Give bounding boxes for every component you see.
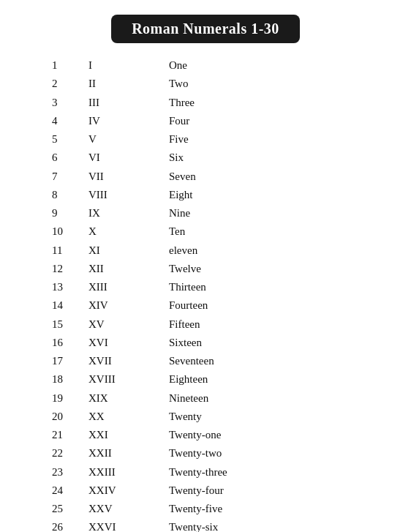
cell-word: Twenty-six (169, 519, 381, 532)
cell-roman: XX (88, 408, 169, 425)
table-row: 2IITwo (30, 75, 381, 93)
cell-word: Thirteen (169, 279, 381, 296)
cell-roman: VII (88, 168, 169, 185)
cell-roman: III (88, 94, 169, 111)
cell-word: Twelve (169, 261, 381, 277)
table-row: 9IXNine (30, 204, 381, 222)
cell-number: 15 (30, 316, 88, 333)
table-row: 21XXITwenty-one (30, 426, 381, 444)
cell-word: Seventeen (169, 353, 381, 370)
table-row: 25XXVTwenty-five (30, 500, 381, 518)
cell-roman: XXIV (88, 482, 169, 499)
table-row: 22XXIITwenty-two (30, 444, 381, 462)
cell-roman: XXVI (88, 519, 169, 532)
cell-roman: XVI (88, 334, 169, 351)
table-row: 20XXTwenty (30, 408, 381, 426)
cell-roman: XII (88, 261, 169, 277)
cell-number: 14 (30, 297, 88, 314)
table-row: 6VISix (30, 149, 381, 167)
cell-word: Fifteen (169, 316, 381, 333)
cell-roman: II (88, 75, 169, 92)
cell-number: 16 (30, 334, 88, 351)
cell-number: 21 (30, 427, 88, 443)
cell-number: 22 (30, 445, 88, 462)
cell-number: 13 (30, 279, 88, 296)
table-row: 24XXIVTwenty-four (30, 482, 381, 500)
cell-number: 26 (30, 519, 88, 532)
cell-roman: XXV (88, 501, 169, 517)
table-row: 17XVIISeventeen (30, 352, 381, 370)
table-row: 15XVFifteen (30, 315, 381, 334)
cell-number: 11 (30, 242, 88, 259)
cell-number: 18 (30, 371, 88, 388)
cell-roman: XIII (88, 279, 169, 296)
cell-number: 5 (30, 131, 88, 148)
table-row: 13XIIIThirteen (30, 278, 381, 296)
cell-number: 10 (30, 223, 88, 240)
cell-word: Twenty-four (169, 482, 381, 499)
cell-number: 17 (30, 353, 88, 370)
cell-roman: I (88, 57, 169, 74)
cell-roman: XIV (88, 297, 169, 314)
cell-word: Ten (169, 223, 381, 240)
cell-word: Nineteen (169, 390, 381, 407)
cell-roman: XXIII (88, 464, 169, 481)
table-row: 8VIIIEight (30, 186, 381, 204)
cell-word: Twenty-one (169, 427, 381, 443)
cell-number: 2 (30, 75, 88, 92)
cell-number: 7 (30, 168, 88, 185)
cell-number: 4 (30, 113, 88, 130)
table-row: 19XIXNineteen (30, 389, 381, 408)
cell-word: Four (169, 113, 381, 130)
cell-roman: VI (88, 149, 169, 166)
cell-roman: V (88, 131, 169, 148)
page-title: Roman Numerals 1-30 (111, 15, 300, 43)
cell-number: 19 (30, 390, 88, 407)
cell-word: Fourteen (169, 297, 381, 314)
table-row: 26XXVITwenty-six (30, 518, 381, 532)
cell-word: eleven (169, 242, 381, 259)
table-row: 1IOne (30, 56, 381, 75)
cell-word: Seven (169, 168, 381, 185)
cell-roman: XI (88, 242, 169, 259)
cell-roman: XXII (88, 445, 169, 462)
table-row: 7VIISeven (30, 168, 381, 186)
cell-word: Twenty-three (169, 464, 381, 481)
cell-number: 9 (30, 205, 88, 222)
cell-word: Twenty-five (169, 501, 381, 517)
table-row: 16XVISixteen (30, 334, 381, 352)
cell-word: Three (169, 94, 381, 111)
cell-word: Five (169, 131, 381, 148)
cell-number: 20 (30, 408, 88, 425)
cell-number: 23 (30, 464, 88, 481)
table-row: 12XIITwelve (30, 260, 381, 278)
table-row: 11XIeleven (30, 241, 381, 260)
cell-roman: IX (88, 205, 169, 222)
cell-number: 8 (30, 187, 88, 203)
numerals-table: 1IOne2IITwo3IIIThree4IVFour5VFive6VISix7… (30, 56, 381, 532)
cell-roman: XVIII (88, 371, 169, 388)
cell-roman: VIII (88, 187, 169, 203)
cell-number: 12 (30, 261, 88, 277)
table-row: 3IIIThree (30, 94, 381, 112)
table-row: 10XTen (30, 222, 381, 241)
cell-roman: XVII (88, 353, 169, 370)
cell-word: Two (169, 75, 381, 92)
cell-word: Eighteen (169, 371, 381, 388)
cell-number: 1 (30, 57, 88, 74)
cell-word: Nine (169, 205, 381, 222)
table-row: 14XIVFourteen (30, 296, 381, 315)
cell-number: 24 (30, 482, 88, 499)
cell-roman: XIX (88, 390, 169, 407)
table-row: 5VFive (30, 130, 381, 149)
cell-word: Twenty (169, 408, 381, 425)
cell-word: Twenty-two (169, 445, 381, 462)
table-row: 18XVIIIEighteen (30, 370, 381, 389)
cell-number: 3 (30, 94, 88, 111)
cell-roman: XV (88, 316, 169, 333)
cell-number: 6 (30, 149, 88, 166)
table-row: 4IVFour (30, 112, 381, 130)
cell-roman: IV (88, 113, 169, 130)
cell-word: Sixteen (169, 334, 381, 351)
cell-word: Eight (169, 187, 381, 203)
